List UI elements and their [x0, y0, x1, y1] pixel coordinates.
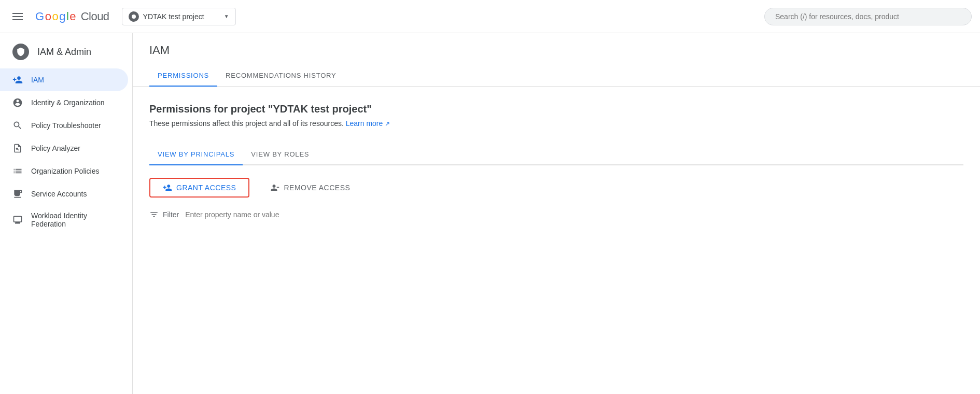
sidebar: IAM & Admin IAM Identity & Organization [0, 33, 133, 394]
project-name: YDTAK test project [143, 12, 220, 21]
search-bar[interactable] [764, 8, 972, 25]
sidebar-item-iam-label: IAM [31, 76, 44, 84]
sidebar-item-service-accounts-label: Service Accounts [31, 190, 87, 198]
person-add-icon [12, 75, 23, 85]
filter-label: Filter [163, 210, 179, 219]
hamburger-menu[interactable] [8, 9, 27, 24]
filter-icon [149, 210, 159, 219]
sidebar-header: IAM & Admin [0, 37, 132, 68]
content-body: Permissions for project "YDTAK test proj… [133, 87, 980, 236]
page-title: IAM [149, 44, 963, 57]
sidebar-item-troubleshooter-label: Policy Troubleshooter [31, 121, 101, 130]
search-input[interactable] [775, 12, 961, 21]
action-buttons: GRANT ACCESS REMOVE ACCESS [149, 178, 963, 198]
main-layout: IAM & Admin IAM Identity & Organization [0, 33, 980, 394]
grant-access-button[interactable]: GRANT ACCESS [149, 178, 249, 198]
main-tabs: PERMISSIONS RECOMMENDATIONS HISTORY [133, 65, 980, 87]
list-icon [12, 166, 23, 176]
tab-permissions[interactable]: PERMISSIONS [149, 65, 217, 87]
main-content: IAM PERMISSIONS RECOMMENDATIONS HISTORY … [133, 33, 980, 394]
person-add-icon [163, 183, 172, 192]
sub-tabs: VIEW BY PRINCIPALS VIEW BY ROLES [149, 144, 963, 165]
sidebar-item-identity-organization[interactable]: Identity & Organization [0, 91, 128, 114]
document-search-icon [12, 143, 23, 153]
learn-more-link[interactable]: Learn more [346, 119, 390, 128]
filter-input[interactable] [185, 210, 341, 219]
sidebar-item-org-policies-label: Organization Policies [31, 167, 100, 175]
google-logo: Google Cloud [35, 10, 109, 23]
person-circle-icon [12, 97, 23, 108]
topbar: Google Cloud YDTAK test project ▼ [0, 0, 980, 33]
sidebar-item-analyzer-label: Policy Analyzer [31, 144, 80, 152]
sub-tab-view-by-principals[interactable]: VIEW BY PRINCIPALS [149, 144, 243, 165]
sidebar-item-org-policies[interactable]: Organization Policies [0, 160, 128, 182]
sidebar-item-policy-analyzer[interactable]: Policy Analyzer [0, 137, 128, 160]
permissions-subtitle: These permissions affect this project an… [149, 119, 963, 128]
grant-access-label: GRANT ACCESS [176, 184, 236, 192]
shield-icon [12, 44, 29, 60]
content-header: IAM [133, 33, 980, 57]
wrench-icon [12, 120, 23, 131]
filter-bar: Filter [149, 210, 963, 219]
sidebar-item-service-accounts[interactable]: Service Accounts [0, 182, 128, 205]
remove-access-button[interactable]: REMOVE ACCESS [258, 179, 362, 196]
sub-tab-view-by-roles[interactable]: VIEW BY ROLES [243, 144, 317, 165]
person-remove-icon [270, 183, 279, 192]
permissions-title: Permissions for project "YDTAK test proj… [149, 103, 963, 115]
sidebar-item-policy-troubleshooter[interactable]: Policy Troubleshooter [0, 114, 128, 137]
tab-recommendations-history[interactable]: RECOMMENDATIONS HISTORY [217, 65, 344, 87]
sidebar-item-iam[interactable]: IAM [0, 68, 128, 91]
sidebar-item-identity-label: Identity & Organization [31, 98, 105, 107]
monitor-icon [12, 215, 23, 225]
sidebar-item-workload-identity[interactable]: Workload Identity Federation [0, 205, 128, 234]
chevron-down-icon: ▼ [224, 13, 229, 19]
monitor-person-icon [12, 189, 23, 199]
sidebar-title: IAM & Admin [37, 47, 91, 58]
sidebar-item-workload-label: Workload Identity Federation [31, 212, 116, 228]
remove-access-label: REMOVE ACCESS [284, 184, 350, 192]
project-selector[interactable]: YDTAK test project ▼ [122, 8, 236, 25]
project-icon [129, 11, 139, 22]
